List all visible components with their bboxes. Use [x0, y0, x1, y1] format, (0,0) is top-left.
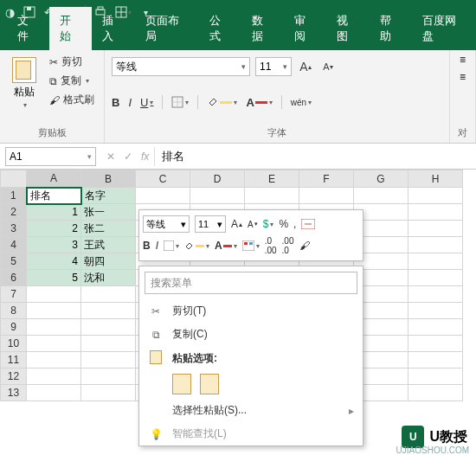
paste-option-keep-source[interactable]	[172, 374, 191, 394]
cell[interactable]	[408, 368, 463, 385]
align-middle-icon[interactable]: ≡	[460, 71, 466, 83]
cell[interactable]	[190, 188, 245, 204]
tab-data[interactable]: 数据	[241, 7, 284, 50]
mini-border-button[interactable]: ▾	[164, 240, 179, 251]
row-header[interactable]: 9	[1, 319, 27, 336]
cell[interactable]	[27, 368, 81, 385]
cancel-icon[interactable]: ✕	[106, 151, 115, 163]
cell[interactable]	[27, 303, 81, 319]
cell[interactable]: 朝四	[81, 253, 136, 270]
tab-page-layout[interactable]: 页面布局	[135, 7, 199, 50]
italic-button[interactable]: I	[128, 96, 132, 109]
cell[interactable]	[81, 352, 136, 368]
ctx-cut[interactable]: ✂剪切(T)	[139, 299, 363, 323]
cell[interactable]	[408, 303, 463, 319]
underline-button[interactable]: U▾	[140, 96, 153, 109]
col-header-g[interactable]: G	[354, 170, 408, 188]
align-top-icon[interactable]: ≡	[460, 54, 466, 66]
row-header[interactable]: 11	[1, 352, 27, 368]
font-color-button[interactable]: A▾	[246, 96, 272, 109]
mini-merge-icon[interactable]	[301, 219, 315, 229]
mini-bold-button[interactable]: B	[143, 240, 151, 252]
cell[interactable]	[408, 336, 463, 352]
tab-file[interactable]: 文件	[7, 7, 49, 50]
increase-font-icon[interactable]: A▴	[297, 58, 314, 75]
border-button[interactable]: ▾	[171, 96, 189, 108]
cell[interactable]: 5	[27, 270, 81, 286]
row-header[interactable]: 2	[1, 204, 27, 221]
mini-increase-font-icon[interactable]: A▴	[231, 218, 242, 230]
cell[interactable]	[27, 385, 81, 401]
cell[interactable]	[408, 253, 463, 270]
row-header[interactable]: 7	[1, 286, 27, 303]
cell[interactable]: 张一	[81, 204, 136, 221]
cell[interactable]	[81, 336, 136, 352]
row-header[interactable]: 10	[1, 336, 27, 352]
tab-baidu[interactable]: 百度网盘	[412, 7, 476, 50]
cell[interactable]	[408, 385, 463, 401]
cell[interactable]	[408, 270, 463, 286]
cell[interactable]	[81, 286, 136, 303]
cell[interactable]	[136, 188, 190, 204]
cell[interactable]: 沈和	[81, 270, 136, 286]
cell[interactable]	[81, 368, 136, 385]
cell[interactable]: 排名	[27, 188, 81, 204]
cell[interactable]	[81, 385, 136, 401]
name-box[interactable]: A1▾	[5, 147, 96, 166]
row-header[interactable]: 5	[1, 253, 27, 270]
bold-button[interactable]: B	[112, 96, 119, 109]
col-header-h[interactable]: H	[408, 170, 463, 188]
phonetic-button[interactable]: wén▾	[291, 98, 312, 107]
cell[interactable]: 3	[27, 237, 81, 253]
format-painter-button[interactable]: 🖌格式刷	[47, 92, 97, 108]
row-header[interactable]: 4	[1, 237, 27, 253]
cell[interactable]	[408, 221, 463, 237]
col-header-e[interactable]: E	[245, 170, 299, 188]
col-header-b[interactable]: B	[81, 170, 136, 188]
mini-fill-button[interactable]: ▾	[184, 240, 209, 251]
cell[interactable]	[81, 303, 136, 319]
cell[interactable]	[27, 336, 81, 352]
ctx-smart-lookup[interactable]: 💡智能查找(L)	[139, 422, 363, 445]
cell[interactable]	[408, 237, 463, 253]
cell[interactable]	[81, 319, 136, 336]
mini-dec-decimal-icon[interactable]: .00.0	[282, 236, 294, 255]
fx-icon[interactable]: fx	[141, 151, 149, 163]
mini-inc-decimal-icon[interactable]: .0.00	[265, 236, 277, 255]
cell[interactable]	[408, 352, 463, 368]
tab-review[interactable]: 审阅	[284, 7, 326, 50]
enter-icon[interactable]: ✓	[124, 151, 132, 163]
row-header[interactable]: 8	[1, 303, 27, 319]
cell[interactable]	[27, 286, 81, 303]
mini-font-combo[interactable]: 等线▾	[143, 215, 190, 233]
mini-italic-button[interactable]: I	[156, 240, 158, 252]
font-name-combo[interactable]: 等线▾	[112, 57, 250, 76]
cut-button[interactable]: ✂剪切	[47, 54, 97, 70]
fill-color-button[interactable]: ▾	[207, 96, 237, 108]
mini-format-painter-icon[interactable]: 🖌	[299, 240, 310, 252]
row-header[interactable]: 1	[1, 188, 27, 204]
row-header[interactable]: 3	[1, 221, 27, 237]
row-header[interactable]: 6	[1, 270, 27, 286]
mini-decrease-font-icon[interactable]: A▾	[248, 220, 258, 229]
font-size-combo[interactable]: 11▾	[255, 57, 292, 76]
ctx-copy[interactable]: ⧉复制(C)	[139, 323, 363, 346]
cell[interactable]	[245, 188, 299, 204]
col-header-a[interactable]: A	[27, 170, 81, 188]
tab-insert[interactable]: 插入	[92, 7, 134, 50]
col-header-d[interactable]: D	[190, 170, 245, 188]
formula-input[interactable]: 排名	[154, 147, 476, 166]
mini-size-combo[interactable]: 11▾	[195, 215, 226, 233]
col-header-c[interactable]: C	[136, 170, 190, 188]
mini-cond-format-icon[interactable]: ▾	[242, 240, 260, 251]
decrease-font-icon[interactable]: A▾	[319, 58, 337, 75]
mini-font-color-button[interactable]: A▾	[215, 240, 237, 252]
cell[interactable]	[408, 188, 463, 204]
paste-button[interactable]: 粘贴 ▾	[7, 54, 42, 112]
cell[interactable]	[27, 352, 81, 368]
copy-button[interactable]: ⧉复制▾	[47, 73, 97, 89]
cell[interactable]	[408, 286, 463, 303]
cell[interactable]: 王武	[81, 237, 136, 253]
col-header-f[interactable]: F	[299, 170, 354, 188]
ctx-paste-special[interactable]: 选择性粘贴(S)...▸	[139, 399, 363, 422]
